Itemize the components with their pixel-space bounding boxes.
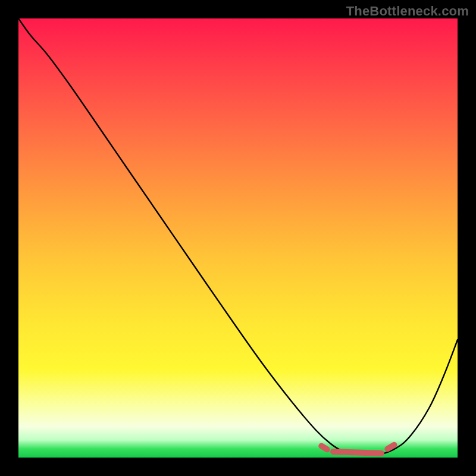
highlight-segment xyxy=(383,441,398,453)
highlight-segment xyxy=(330,449,384,456)
plot-area xyxy=(18,18,458,458)
watermark-label: TheBottleneck.com xyxy=(346,4,469,19)
highlight-segment xyxy=(317,442,331,454)
chart-frame: TheBottleneck.com xyxy=(0,0,476,476)
highlight-segments xyxy=(18,18,458,458)
